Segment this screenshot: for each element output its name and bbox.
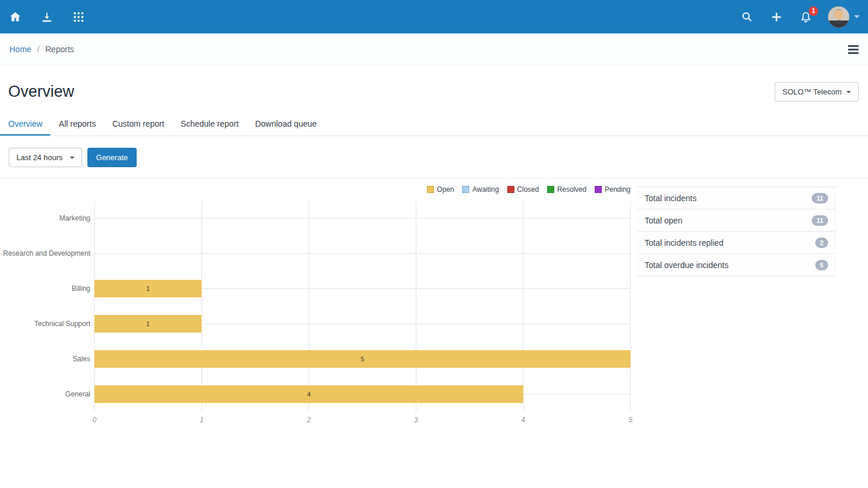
page-title: Overview (8, 83, 74, 101)
breadcrumb-current: Reports (45, 45, 74, 54)
summary-count-badge: 11 (812, 215, 828, 226)
svg-text:Research and Development: Research and Development (3, 249, 90, 257)
svg-text:5: 5 (629, 416, 633, 424)
breadcrumb-separator: / (37, 45, 39, 54)
legend-label: Awaiting (472, 185, 499, 194)
date-range-value: Last 24 hours (16, 153, 63, 162)
svg-text:1: 1 (146, 320, 150, 327)
notification-badge: 1 (809, 6, 818, 16)
top-navbar: 1 (0, 0, 868, 33)
summary-row: Total incidents11 (637, 187, 836, 209)
svg-text:0: 0 (93, 416, 97, 424)
legend-label: Pending (605, 185, 630, 194)
svg-text:General: General (65, 390, 90, 398)
apps-grid-icon[interactable] (72, 10, 86, 24)
summary-panel: Total incidents11Total open11Total incid… (637, 187, 836, 432)
scope-dropdown-label: SOLO™ Telecom (782, 87, 842, 96)
summary-label: Total overdue incidents (645, 260, 728, 270)
svg-text:Marketing: Marketing (59, 214, 90, 222)
legend-label: Resolved (557, 185, 586, 194)
svg-text:Sales: Sales (73, 355, 90, 363)
caret-down-icon (854, 15, 860, 18)
svg-text:Technical Support: Technical Support (35, 320, 91, 328)
breadcrumb-bar: Home / Reports (0, 33, 868, 66)
download-icon[interactable] (40, 10, 54, 24)
svg-text:4: 4 (307, 391, 311, 398)
svg-text:2: 2 (306, 416, 311, 424)
legend-swatch-icon (462, 186, 469, 193)
svg-text:Billing: Billing (72, 284, 90, 293)
user-menu[interactable] (828, 6, 860, 28)
legend-swatch-icon (427, 186, 434, 193)
avatar[interactable] (828, 6, 849, 28)
breadcrumb: Home / Reports (9, 45, 74, 54)
summary-count-badge: 5 (815, 260, 828, 270)
search-icon[interactable] (740, 10, 754, 24)
bell-icon[interactable]: 1 (799, 10, 813, 24)
tab-all-reports[interactable]: All reports (50, 114, 104, 135)
tab-schedule-report[interactable]: Schedule report (172, 114, 247, 135)
legend-label: Closed (517, 185, 539, 194)
breadcrumb-home-link[interactable]: Home (9, 45, 31, 54)
legend-item-open[interactable]: Open (427, 185, 454, 194)
summary-count-badge: 11 (812, 193, 828, 204)
date-range-select[interactable]: Last 24 hours (9, 148, 82, 167)
legend-swatch-icon (595, 186, 602, 193)
chart-canvas: 012345MarketingResearch and DevelopmentB… (0, 197, 645, 432)
summary-label: Total incidents (645, 194, 697, 203)
summary-label: Total open (645, 216, 683, 225)
caret-down-icon (70, 157, 74, 159)
plus-icon[interactable] (769, 10, 784, 24)
svg-text:1: 1 (146, 285, 150, 292)
summary-row: Total incidents replied2 (637, 232, 836, 254)
svg-text:1: 1 (199, 416, 204, 424)
tab-overview[interactable]: Overview (0, 114, 50, 135)
svg-text:5: 5 (361, 355, 364, 362)
tab-custom-report[interactable]: Custom report (104, 114, 172, 135)
legend-item-closed[interactable]: Closed (507, 185, 539, 194)
chart-legend: OpenAwaitingClosedResolvedPending (427, 185, 630, 194)
menu-toggle-icon[interactable] (848, 45, 859, 54)
report-tabs: OverviewAll reportsCustom reportSchedule… (0, 114, 868, 136)
legend-label: Open (437, 185, 454, 194)
legend-swatch-icon (507, 186, 514, 193)
legend-item-pending[interactable]: Pending (595, 185, 630, 194)
legend-item-resolved[interactable]: Resolved (547, 185, 586, 194)
summary-count-badge: 2 (815, 238, 828, 248)
incidents-bar-chart: OpenAwaitingClosedResolvedPending 012345… (0, 183, 645, 432)
legend-swatch-icon (547, 186, 554, 193)
generate-button[interactable]: Generate (87, 148, 137, 167)
summary-label: Total incidents replied (645, 238, 724, 248)
legend-item-awaiting[interactable]: Awaiting (462, 185, 499, 194)
scope-dropdown-button[interactable]: SOLO™ Telecom (775, 82, 859, 101)
svg-text:3: 3 (414, 416, 418, 424)
tab-download-queue[interactable]: Download queue (247, 114, 325, 135)
home-icon[interactable] (8, 10, 22, 24)
summary-row: Total open11 (637, 209, 836, 232)
summary-row: Total overdue incidents5 (637, 254, 836, 276)
caret-down-icon (846, 91, 851, 93)
svg-text:4: 4 (521, 416, 525, 424)
